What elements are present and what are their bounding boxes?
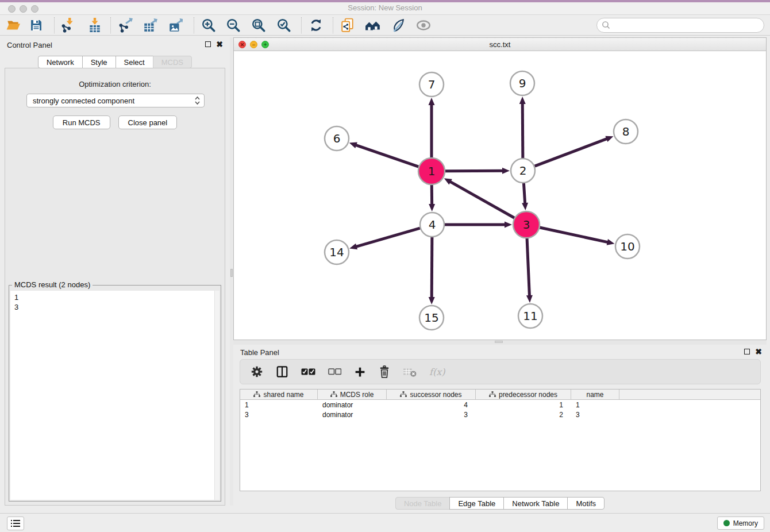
export-network-icon[interactable] [116,17,135,34]
tab-edge-table[interactable]: Edge Table [449,497,504,510]
column-header-predecessor-nodes[interactable]: predecessor nodes [476,390,571,399]
save-session-icon[interactable] [26,17,46,34]
column-header-MCDS-role[interactable]: MCDS role [318,390,387,399]
hierarchy-sort-icon [489,391,496,398]
table-cell[interactable]: 3 [240,410,318,419]
graph-edge-2-8[interactable] [535,138,608,166]
graph-edge-2-9[interactable] [522,103,523,158]
tab-select[interactable]: Select [116,56,153,68]
table-cell[interactable]: 1 [240,400,318,410]
splitter-grip[interactable] [230,269,233,277]
float-table-panel-icon[interactable] [744,349,750,354]
delete-table-icon[interactable] [403,366,417,377]
window-accent-strip [0,0,770,2]
export-table-icon[interactable] [140,17,160,34]
gear-icon[interactable] [251,365,263,378]
close-panel-icon[interactable]: ✖ [216,41,223,47]
table-cell[interactable]: dominator [318,400,387,410]
column-label: predecessor nodes [499,391,557,399]
float-panel-icon[interactable] [205,41,211,47]
table-cell[interactable]: 1 [476,400,571,410]
zoom-in-icon[interactable] [199,17,218,34]
graph-node-label: 14 [329,245,344,259]
zoom-fit-icon[interactable] [249,17,268,34]
result-scrollbar[interactable] [214,291,220,500]
arrowhead-icon [502,168,510,174]
network-canvas[interactable]: 7968124314101511 [234,51,766,340]
hide-eye-icon[interactable] [414,17,433,34]
tab-network[interactable]: Network [38,56,83,68]
graph-edge-1-6[interactable] [355,145,418,167]
optimization-criterion-dropdown[interactable]: strongly connected component [26,94,205,107]
close-panel-button[interactable]: Close panel [118,115,178,129]
select-all-checkboxes-icon[interactable] [301,367,315,376]
column-header-shared-name[interactable]: shared name [240,390,318,399]
table-cell[interactable]: dominator [318,410,387,419]
graph-edge-4-15[interactable] [432,237,432,298]
graph-edge-4-14[interactable] [356,228,420,246]
column-selector-icon[interactable] [276,365,288,378]
table-cell[interactable]: 2 [476,410,571,419]
memory-button[interactable]: Memory [717,516,764,530]
arrowhead-icon [522,203,528,210]
style-brush-icon[interactable] [388,17,407,34]
table-row[interactable]: 1dominator411 [240,400,760,410]
clear-checkboxes-icon[interactable] [328,368,341,376]
mcds-result-textarea[interactable]: 1 3 [10,291,220,500]
add-column-icon[interactable] [354,366,366,378]
graph-node-label: 1 [428,164,436,178]
graph-edge-3-11[interactable] [527,238,529,296]
column-label: name [586,391,603,399]
tab-node-table[interactable]: Node Table [395,497,451,510]
graph-edge-3-10[interactable] [540,228,608,242]
table-cell[interactable]: 4 [387,400,476,410]
tab-style[interactable]: Style [82,56,116,68]
table-panel-title: Table Panel [240,348,279,357]
hierarchy-sort-icon [330,391,337,398]
dropdown-selected-value: strongly connected component [33,97,194,105]
graph-node-label: 8 [622,125,630,138]
horizontal-splitter[interactable] [233,340,767,345]
network-window-titlebar[interactable]: ✕ − ＋ scc.txt [234,38,766,51]
close-table-panel-icon[interactable]: ✖ [755,349,762,354]
splitter-grip[interactable] [495,341,503,343]
arrowhead-icon [429,297,435,304]
zoom-out-icon[interactable] [224,17,243,34]
search-input[interactable] [611,21,764,30]
open-session-icon[interactable] [3,17,23,34]
table-row[interactable]: 3dominator323 [240,410,760,419]
tab-mcds[interactable]: MCDS [153,56,192,68]
control-panel: Control Panel ✖ Network Style Select MCD… [0,37,230,506]
import-network-icon[interactable] [58,17,78,34]
run-mcds-button[interactable]: Run MCDS [53,115,110,129]
graph-edge-1-2[interactable] [445,171,503,171]
status-bar: Memory [0,513,770,532]
graph-node-label: 7 [428,78,436,91]
memory-label: Memory [733,519,758,527]
graph-node-label: 4 [429,218,436,232]
tab-network-table[interactable]: Network Table [503,497,568,510]
graph-edge-2-3[interactable] [523,183,525,204]
search-field [596,18,764,33]
export-image-icon[interactable] [165,17,185,34]
node-table: shared nameMCDS rolesuccessor nodesprede… [240,389,761,491]
toolbar-separator [301,17,302,33]
function-builder-icon[interactable]: f(x) [429,367,445,377]
table-cell[interactable]: 1 [571,400,619,410]
table-cell[interactable]: 3 [387,410,476,419]
clone-network-icon[interactable] [338,17,357,34]
zoom-selected-icon[interactable] [274,17,294,34]
import-table-icon[interactable] [85,17,105,34]
tab-motifs[interactable]: Motifs [567,497,605,510]
graph-edge-3-1[interactable] [449,182,514,218]
session-title: Session: New Session [0,3,770,12]
delete-column-icon[interactable] [379,365,390,378]
hierarchy-sort-icon [400,391,407,398]
column-header-successor-nodes[interactable]: successor nodes [387,390,476,399]
refresh-layout-icon[interactable] [306,17,326,34]
home-icon[interactable] [363,17,383,34]
task-history-button[interactable] [7,516,24,530]
column-header-name[interactable]: name [571,390,619,399]
table-cell[interactable]: 3 [571,410,619,419]
graph-node-label: 9 [519,76,526,90]
